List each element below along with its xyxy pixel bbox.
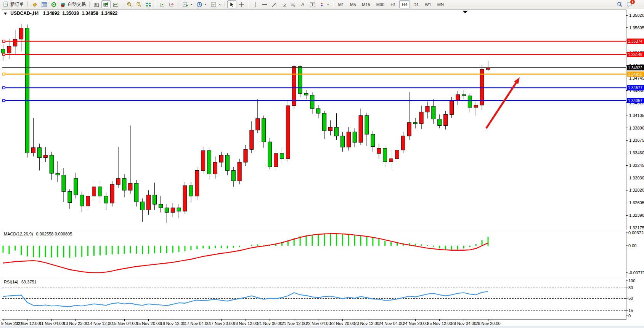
auto-trading-button[interactable]: 自动交易 <box>59 0 87 8</box>
timeframe-H4[interactable]: H4 <box>399 0 410 8</box>
date-label: 21 Nov 00:00 <box>257 321 282 326</box>
rsi-name: RSI(14) <box>4 280 18 284</box>
candle <box>214 162 217 174</box>
bar-chart-button[interactable] <box>92 0 101 8</box>
market-watch-button[interactable] <box>40 0 49 8</box>
svg-text:1.33675: 1.33675 <box>629 138 644 142</box>
timeframe-M1[interactable]: M1 <box>336 0 347 8</box>
ohlc-high: 1.35038 <box>62 11 79 16</box>
trading-terminal: { "toolbar": { "new_order_label": "新订单",… <box>0 0 644 328</box>
candle <box>159 204 162 208</box>
timeframe-M30[interactable]: M30 <box>374 0 387 8</box>
svg-text:1.34922: 1.34922 <box>628 66 642 70</box>
text-label-icon: T <box>309 2 315 8</box>
cursor-button[interactable] <box>227 0 236 8</box>
candle <box>32 148 35 153</box>
equidistant-channel-button[interactable]: E <box>279 0 288 8</box>
candle <box>50 155 53 173</box>
macd-values: 0.002558 0.000805 <box>36 232 72 236</box>
line-handle[interactable] <box>3 99 5 102</box>
vertical-line-button[interactable] <box>251 0 260 8</box>
candle <box>171 208 175 212</box>
line-chart-button[interactable] <box>111 0 120 8</box>
candle <box>383 148 387 162</box>
candle <box>468 96 472 107</box>
date-label: 24 Nov 04:00 <box>379 321 403 326</box>
toolbar-separator <box>89 2 90 7</box>
line-handle[interactable] <box>3 53 5 56</box>
candle <box>165 208 169 212</box>
text-icon: A <box>300 2 306 8</box>
candle <box>480 69 484 105</box>
zoom-in-button[interactable] <box>125 0 134 8</box>
candle <box>371 134 375 146</box>
zoom-out-button[interactable] <box>134 0 143 8</box>
crosshair-icon <box>238 2 244 8</box>
date-label: 24 Nov 20:00 <box>403 321 427 326</box>
candlestick-chart-button[interactable] <box>101 0 111 8</box>
chart-shift-icon <box>169 2 175 8</box>
toolbar-separator <box>178 2 179 7</box>
new-chart-button[interactable]: ▼ <box>181 0 194 8</box>
trendline-button[interactable] <box>270 0 279 8</box>
candle <box>13 39 17 46</box>
timeframe-D1[interactable]: D1 <box>411 0 421 8</box>
line-handle[interactable] <box>3 73 5 75</box>
auto-scroll-icon <box>159 2 165 8</box>
svg-text:1.33890: 1.33890 <box>629 126 644 130</box>
chart-profile-button[interactable] <box>30 0 39 8</box>
auto-scroll-button[interactable] <box>157 0 167 8</box>
fibonacci-button[interactable]: F <box>289 0 298 8</box>
date-label: 11 Nov 04:00 <box>39 321 64 326</box>
toolbar-separator <box>155 2 156 7</box>
candlestick-chart-icon <box>103 2 109 8</box>
svg-text:1.35374: 1.35374 <box>628 39 642 43</box>
tile-windows-button[interactable] <box>144 0 153 8</box>
horizontal-line-button[interactable] <box>260 0 269 8</box>
candle <box>43 155 47 158</box>
templates-button[interactable]: ▼ <box>209 0 223 8</box>
candle <box>1 49 5 53</box>
timeframe-W1[interactable]: W1 <box>422 0 434 8</box>
candle <box>353 132 357 142</box>
chart-canvas[interactable]: 1.358201.356051.353901.351751.349601.347… <box>0 0 644 328</box>
timeframe-M5[interactable]: M5 <box>347 0 358 8</box>
candle <box>413 123 417 124</box>
dropdown-arrow-icon: ▼ <box>190 3 193 6</box>
svg-text:50: 50 <box>628 296 633 301</box>
notification-badge: 1 <box>630 0 635 4</box>
candle <box>274 154 278 167</box>
text-label-button[interactable]: T <box>308 0 317 8</box>
date-label: 23 Nov 12:00 <box>354 321 379 326</box>
candle <box>462 94 466 96</box>
line-handle[interactable] <box>3 86 5 89</box>
arrows-button[interactable]: ▼ <box>317 0 331 8</box>
candle <box>56 173 59 175</box>
line-handle[interactable] <box>3 40 5 42</box>
svg-text:E: E <box>284 5 286 7</box>
crosshair-button[interactable] <box>237 0 246 8</box>
chart-shift-button[interactable] <box>167 0 176 8</box>
timeframe-MN[interactable]: MN <box>435 0 446 8</box>
candle <box>244 149 247 162</box>
periods-button[interactable]: ▼ <box>195 0 209 8</box>
date-label: 15 Nov 04:00 <box>112 321 137 326</box>
text-button[interactable]: A <box>298 0 307 8</box>
timeframe-M15[interactable]: M15 <box>359 0 373 8</box>
search-icon[interactable] <box>617 2 623 8</box>
timeframe-H1[interactable]: H1 <box>388 0 398 8</box>
candle <box>122 179 126 190</box>
candle <box>450 101 454 115</box>
svg-text:0.00: 0.00 <box>628 243 636 248</box>
rsi-panel <box>2 279 626 319</box>
candle <box>238 162 241 181</box>
date-label: 17 Nov 04:00 <box>185 321 209 326</box>
toolbar-separator <box>27 2 28 7</box>
data-window-button[interactable] <box>49 0 58 8</box>
date-label: 22 Nov 04:00 <box>306 321 331 326</box>
svg-text:15: 15 <box>628 308 633 313</box>
chat-icon[interactable]: 1 <box>626 2 633 8</box>
new-order-button[interactable]: 新订单 <box>2 0 26 8</box>
candle <box>256 118 260 130</box>
ohlc-low: 1.34858 <box>82 11 98 16</box>
